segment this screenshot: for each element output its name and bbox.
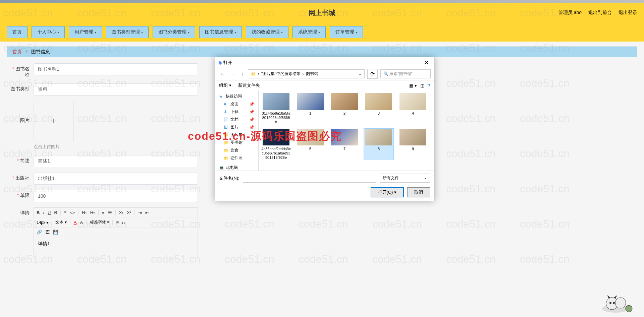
chevron-down-icon: ▾: [188, 30, 190, 34]
text-color-icon[interactable]: A: [74, 220, 77, 225]
save-icon[interactable]: 💾: [53, 230, 58, 235]
file-thumbnail: [399, 93, 426, 110]
nav-user-mgmt[interactable]: 用户管理▾: [69, 26, 102, 38]
chevron-down-icon[interactable]: ⌄: [358, 72, 362, 76]
list-bullet-icon[interactable]: ☰: [108, 210, 112, 215]
upload-area: + 点击上传图片: [34, 101, 74, 150]
chevron-down-icon: ▾: [234, 30, 236, 34]
file-thumbnail: [297, 93, 324, 110]
publisher-input[interactable]: [34, 173, 198, 185]
admin-label[interactable]: 管理员 abo: [558, 10, 582, 16]
bg-color-icon[interactable]: A: [80, 220, 83, 225]
site-title: 网上书城: [309, 8, 335, 17]
file-filter-select[interactable]: 所有文件⌄: [380, 174, 430, 183]
desc-input[interactable]: [34, 155, 198, 167]
refresh-icon[interactable]: ⟳: [367, 69, 378, 79]
dialog-title: ◉ 打开: [218, 60, 232, 66]
upload-button[interactable]: +: [34, 101, 74, 141]
page-header: 网上书城 管理员 abo 退出到前台 退出登录: [0, 3, 644, 23]
file-thumbnail: [331, 93, 358, 110]
sidebar-this-pc[interactable]: 💻此电脑: [218, 164, 256, 171]
dialog-address-bar: ← → ↑ 📁 › "图片集"中的搜索结果 › 图书馆 ⌄ ⟳ 🔍 搜索"图书馆…: [215, 68, 434, 80]
sidebar-id-photo[interactable]: 📁证件照: [218, 154, 256, 162]
quote-icon[interactable]: ❝: [64, 210, 66, 215]
font-family-select[interactable]: 标准字体 ▾: [90, 219, 109, 225]
new-folder-button[interactable]: 新建文件夹: [238, 82, 260, 88]
italic-icon[interactable]: I: [43, 210, 44, 215]
font-size-select[interactable]: 14px ▾: [37, 220, 48, 225]
breadcrumb-home[interactable]: 首页: [12, 49, 22, 55]
underline-icon[interactable]: U: [48, 210, 51, 215]
code-icon[interactable]: <>: [70, 210, 75, 215]
view-icon[interactable]: ▦ ▾: [409, 83, 417, 88]
filename-label: 文件名(N):: [219, 175, 239, 181]
book-name-input[interactable]: [34, 63, 198, 75]
chevron-down-icon: ▾: [281, 30, 283, 34]
indent-icon[interactable]: ⇥: [138, 210, 142, 215]
window-top-border: [0, 0, 644, 3]
open-button[interactable]: 打开(O) ▾: [371, 187, 404, 197]
sidebar-desktop[interactable]: ■桌面📌: [218, 100, 256, 108]
superscript-icon[interactable]: X²: [127, 210, 131, 215]
strike-icon[interactable]: S: [54, 210, 57, 215]
dialog-buttons: 打开(O) ▾ 取消: [215, 185, 434, 201]
h2-icon[interactable]: H₂: [90, 210, 95, 215]
file-thumbnail: [365, 93, 392, 110]
editor-content[interactable]: 详情1: [34, 237, 198, 257]
nav-book-cat[interactable]: 图书分类管理▾: [153, 26, 195, 38]
svg-point-4: [613, 302, 615, 304]
image-icon[interactable]: 🖼: [45, 230, 50, 235]
bold-icon[interactable]: B: [37, 210, 40, 215]
file-item[interactable]: 1: [296, 93, 325, 125]
up-icon[interactable]: ↑: [240, 71, 245, 77]
rich-text-editor: B I U S ❝ <> H₁ H₂ ≡ ☰ X₂ X² ⇥ ⇤: [34, 207, 198, 257]
book-type-label: 图书类型: [10, 83, 34, 92]
filename-input[interactable]: [243, 174, 376, 183]
sidebar-quick-access[interactable]: ★快速访问: [218, 92, 256, 100]
file-item[interactable]: 9: [398, 129, 428, 160]
file-thumbnail: [365, 129, 392, 145]
nav-book-type[interactable]: 图书类型管理▾: [106, 26, 149, 38]
nav-personal[interactable]: 个人中心▾: [32, 26, 65, 38]
watermark-overlay-text: code51.cn-源码乐园盗图必究: [188, 129, 342, 144]
nav-order-mgmt[interactable]: 订单管理▾: [330, 26, 363, 38]
close-icon[interactable]: ✕: [422, 59, 431, 66]
nav-my-fav[interactable]: 我的收藏管理▾: [246, 26, 288, 38]
desc-label: 简述: [10, 155, 34, 164]
clear-format-icon[interactable]: Iₓ: [122, 220, 125, 225]
chevron-down-icon: ▾: [57, 30, 59, 34]
sidebar-food[interactable]: 📁饮食: [218, 146, 256, 154]
file-item[interactable]: 2: [330, 93, 359, 125]
logout-link[interactable]: 退出登录: [619, 10, 637, 16]
list-ordered-icon[interactable]: ≡: [102, 210, 105, 215]
link-icon[interactable]: 🔗: [37, 230, 42, 235]
nav-book-info[interactable]: 图书信息管理▾: [199, 26, 242, 38]
text-type-select[interactable]: 文本 ▾: [55, 219, 66, 225]
organize-menu[interactable]: 组织 ▾: [219, 82, 231, 88]
path-input[interactable]: 📁 › "图片集"中的搜索结果 › 图书馆 ⌄: [248, 69, 365, 78]
nav-sys-mgmt[interactable]: 系统管理▾: [292, 26, 326, 38]
sidebar-documents[interactable]: 📄文档📌: [218, 116, 256, 123]
file-grid: 01c4fb59a18a5fa8012028a9f83688 1 2 3 4 4…: [261, 93, 431, 160]
sidebar-downloads[interactable]: ⬇下载📌: [218, 108, 256, 116]
cancel-button[interactable]: 取消: [407, 187, 430, 197]
chevron-down-icon: ⌄: [424, 175, 427, 181]
nav-home[interactable]: 首页: [7, 26, 28, 38]
preview-pane-icon[interactable]: ◫: [420, 83, 424, 88]
file-item[interactable]: 01c4fb59a18a5fa8012028a9f83688: [261, 93, 291, 125]
file-item[interactable]: 3: [364, 93, 393, 125]
limit-input[interactable]: [34, 190, 198, 202]
dialog-search-input[interactable]: 🔍 搜索"图书馆": [380, 69, 431, 78]
back-icon[interactable]: ←: [218, 71, 226, 77]
file-item[interactable]: 4: [398, 93, 428, 125]
file-item-selected[interactable]: 8: [364, 129, 393, 160]
subscript-icon[interactable]: X₂: [119, 210, 124, 215]
align-icon[interactable]: ≡: [116, 220, 119, 225]
help-icon[interactable]: ?: [428, 83, 430, 88]
h1-icon[interactable]: H₁: [82, 210, 87, 215]
exit-front-link[interactable]: 退出到前台: [588, 10, 612, 16]
outdent-icon[interactable]: ⇤: [145, 210, 149, 215]
folder-icon: 📁: [251, 72, 256, 76]
forward-icon[interactable]: →: [229, 71, 237, 77]
book-type-input[interactable]: [34, 83, 198, 96]
